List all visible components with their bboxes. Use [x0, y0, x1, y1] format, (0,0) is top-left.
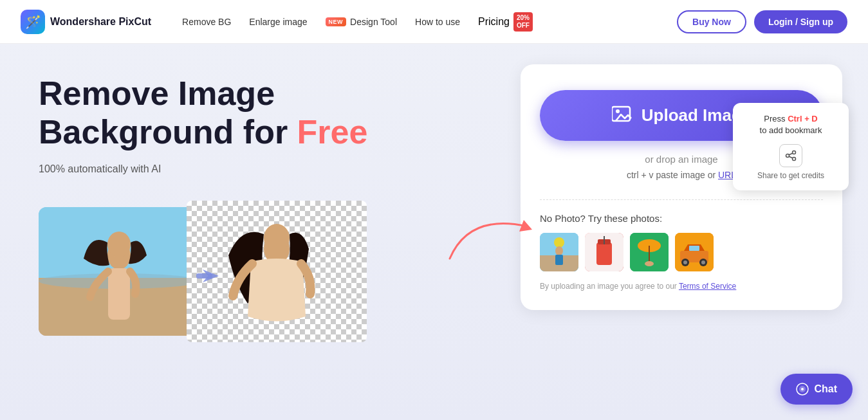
left-section: Remove Image Background for Free 100% au…	[0, 44, 495, 420]
nav-pricing[interactable]: Pricing 20%OFF	[478, 12, 533, 32]
sample-photo-1[interactable]	[540, 233, 578, 271]
nav-how-to-use[interactable]: How to use	[415, 17, 460, 27]
svg-point-31	[683, 260, 687, 264]
paste-text: ctrl + v paste image or URL	[627, 170, 736, 180]
curved-arrow-upload	[443, 207, 533, 274]
chat-button[interactable]: Chat	[780, 374, 853, 405]
new-badge: NEW	[326, 17, 347, 26]
nav-links: Remove BG Enlarge image NEW Design Tool …	[182, 12, 656, 32]
svg-rect-4	[108, 268, 130, 320]
right-arrow	[196, 260, 228, 297]
pricing-badge: 20%OFF	[513, 12, 533, 32]
svg-line-37	[789, 154, 792, 156]
svg-point-32	[701, 260, 705, 264]
sample-photo-2[interactable]	[585, 233, 623, 271]
svg-rect-33	[689, 246, 699, 251]
share-icon[interactable]	[779, 144, 802, 167]
svg-point-17	[555, 246, 563, 255]
svg-point-35	[786, 154, 790, 158]
svg-point-41	[801, 388, 804, 390]
bookmark-popup: Press Ctrl + D to add bookmark	[733, 103, 849, 190]
share-label: Share to get credits	[757, 171, 824, 180]
svg-point-13	[616, 109, 620, 113]
svg-point-16	[554, 237, 564, 248]
bookmark-text: Press Ctrl + D to add bookmark	[746, 113, 836, 136]
logo-area[interactable]: 🪄 Wondershare PixCut	[21, 10, 151, 34]
logo-icon: 🪄	[21, 10, 45, 34]
image-demo	[39, 201, 469, 342]
before-img-bg	[39, 207, 199, 336]
right-section: Upload Image or drop an image ctrl + v p…	[495, 44, 868, 420]
ctrl-d-text: Ctrl + D	[788, 114, 818, 123]
drop-text: or drop an image	[645, 154, 717, 165]
try-photos-label: No Photo? Try these photos:	[540, 213, 662, 224]
nav-remove-bg[interactable]: Remove BG	[182, 17, 231, 27]
terms-text: By uploading an image you agree to our T…	[540, 282, 736, 291]
main-content: Remove Image Background for Free 100% au…	[0, 44, 868, 420]
share-area: Share to get credits	[746, 144, 836, 180]
svg-point-26	[645, 261, 654, 266]
subheadline: 100% automatically with AI	[39, 163, 469, 175]
sample-photo-4[interactable]	[675, 233, 714, 271]
terms-link[interactable]: Terms of Service	[679, 282, 736, 291]
sample-photos	[540, 233, 714, 271]
divider	[540, 199, 823, 200]
nav-enlarge-image[interactable]: Enlarge image	[249, 17, 307, 27]
before-image	[39, 207, 199, 336]
svg-point-34	[793, 151, 796, 154]
navbar: 🪄 Wondershare PixCut Remove BG Enlarge i…	[0, 0, 868, 44]
buy-now-button[interactable]: Buy Now	[677, 10, 746, 33]
svg-point-5	[107, 232, 131, 257]
logo-text: Wondershare PixCut	[50, 16, 151, 28]
nav-design-tool[interactable]: NEW Design Tool	[326, 17, 397, 27]
svg-rect-18	[555, 255, 563, 265]
login-signup-button[interactable]: Login / Sign up	[754, 10, 847, 33]
upload-card: Upload Image or drop an image ctrl + v p…	[521, 64, 842, 310]
headline: Remove Image Background for Free	[39, 75, 469, 152]
nav-buttons: Buy Now Login / Sign up	[677, 10, 847, 33]
sample-photo-3[interactable]	[630, 233, 669, 271]
svg-rect-20	[596, 242, 612, 265]
headline-free: Free	[297, 113, 368, 151]
svg-rect-7	[196, 273, 212, 278]
svg-point-9	[264, 224, 290, 252]
svg-point-36	[793, 158, 796, 161]
svg-line-38	[789, 157, 792, 159]
upload-icon	[612, 104, 633, 127]
